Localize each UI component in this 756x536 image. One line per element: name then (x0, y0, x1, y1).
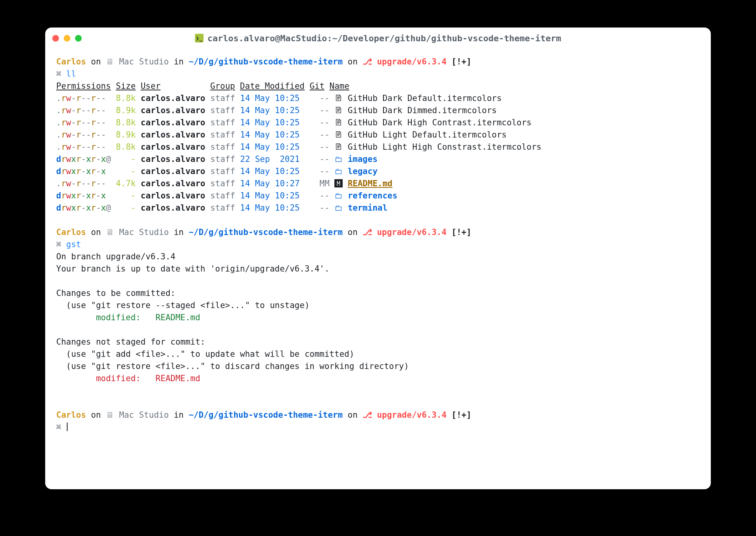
prompt-on2: on (348, 57, 358, 66)
folder-icon: 🗀 (334, 203, 343, 213)
prompt-on: on (91, 410, 101, 420)
terminal-app-icon: ❯_ (195, 34, 204, 42)
ls-name: legacy (348, 167, 378, 176)
git-branch-icon: ⎇ (363, 410, 372, 420)
zoom-icon[interactable] (75, 35, 82, 42)
prompt-on: on (91, 228, 101, 237)
close-icon[interactable] (52, 35, 59, 42)
ls-name: GitHub Light Default.itermcolors (348, 130, 507, 140)
ls-name: GitHub Dark Dimmed.itermcolors (348, 106, 497, 115)
ls-name: GitHub Dark High Contrast.itermcolors (348, 118, 532, 127)
folder-icon: 🗀 (334, 167, 343, 176)
command: ll (66, 69, 76, 79)
window-title-text: carlos.alvaro@MacStudio:~/Developer/gith… (207, 33, 561, 43)
folder-icon: 🗀 (334, 154, 343, 164)
titlebar: ❯_ carlos.alvaro@MacStudio:~/Developer/g… (45, 28, 711, 49)
git-branch-icon: ⎇ (363, 57, 372, 66)
minimize-icon[interactable] (64, 35, 70, 42)
git-branch: upgrade/v6.3.4 (377, 57, 446, 66)
git-branch: upgrade/v6.3.4 (377, 410, 446, 420)
ls-name: terminal (348, 203, 387, 213)
cursor-icon (67, 422, 68, 431)
prompt-host: Mac Studio (119, 57, 169, 66)
command: gst (66, 240, 81, 249)
folder-icon: 🗀 (334, 191, 343, 200)
ls-name: references (348, 191, 397, 200)
git-branch: upgrade/v6.3.4 (377, 228, 446, 237)
window-controls (52, 35, 82, 42)
ls-name: GitHub Dark Default.itermcolors (348, 94, 502, 103)
host-icon: 🖥 (106, 228, 114, 237)
prompt-on: on (91, 57, 101, 66)
ls-name: images (348, 154, 378, 164)
host-icon: 🖥 (106, 57, 114, 66)
prompt-on2: on (348, 410, 358, 420)
window-title: ❯_ carlos.alvaro@MacStudio:~/Developer/g… (45, 33, 711, 43)
file-icon: 🖹 (334, 118, 343, 127)
ls-name: README.md (348, 179, 393, 188)
ls-name: GitHub Light High Constrast.itermcolors (348, 142, 541, 152)
prompt-in: in (174, 410, 183, 420)
prompt-user: Carlos (56, 57, 86, 66)
prompt-path: ~/D/g/github-vscode-theme-iterm (189, 57, 343, 66)
prompt-symbol: ⌘ (56, 422, 61, 432)
prompt-user: Carlos (56, 228, 86, 237)
file-icon: 🖹 (334, 106, 343, 115)
git-branch-icon: ⎇ (363, 228, 372, 237)
prompt-host: Mac Studio (119, 410, 169, 420)
markdown-icon: 🅼 (334, 179, 343, 188)
staged-change: modified: README.md (56, 313, 200, 322)
terminal-window: ❯_ carlos.alvaro@MacStudio:~/Developer/g… (45, 28, 711, 489)
git-flags: [!+] (451, 57, 472, 66)
file-icon: 🖹 (334, 142, 343, 152)
host-icon: 🖥 (106, 410, 114, 420)
prompt-on2: on (348, 228, 358, 237)
terminal-output[interactable]: Carlos on 🖥 Mac Studio in ~/D/g/github-v… (45, 49, 711, 489)
prompt-path: ~/D/g/github-vscode-theme-iterm (189, 410, 343, 420)
prompt-symbol: ⌘ (56, 240, 61, 249)
unstaged-change: modified: README.md (56, 374, 200, 383)
file-icon: 🖹 (334, 94, 343, 103)
git-flags: [!+] (451, 228, 472, 237)
file-icon: 🖹 (334, 130, 343, 140)
git-flags: [!+] (451, 410, 472, 420)
prompt-in: in (174, 57, 183, 66)
prompt-user: Carlos (56, 410, 86, 420)
prompt-in: in (174, 228, 183, 237)
prompt-path: ~/D/g/github-vscode-theme-iterm (189, 228, 343, 237)
prompt-host: Mac Studio (119, 228, 169, 237)
prompt-symbol: ⌘ (56, 69, 61, 79)
